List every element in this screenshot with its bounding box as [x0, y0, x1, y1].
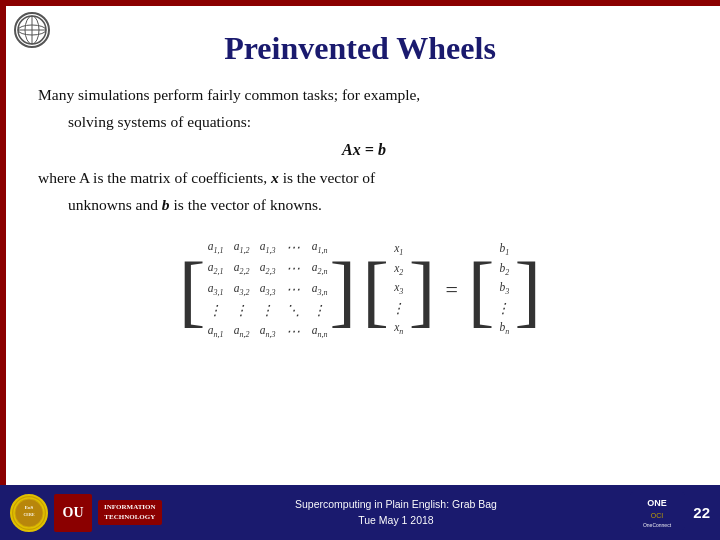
cell: a1,3: [260, 239, 276, 256]
matrix-x-wrapper: [ x1 x2 x3 ⋮ xn ]: [362, 237, 435, 341]
cell: a3,3: [260, 281, 276, 298]
cell: ⋯: [286, 259, 302, 278]
svg-text:OCI: OCI: [651, 512, 664, 519]
footer-logos: EoS CERE OU INFORMATIONTECHNOLOGY: [10, 494, 162, 532]
slide: Preinvented Wheels Many simulations perf…: [0, 0, 720, 540]
page-number: 22: [693, 504, 710, 521]
globe-logo: [14, 12, 50, 48]
cell: an,2: [234, 323, 250, 340]
cell: ⋯: [286, 238, 302, 257]
cell: ⋯: [286, 280, 302, 299]
cell: a3,n: [312, 281, 328, 298]
cell: x1: [391, 241, 407, 258]
top-border: [0, 0, 720, 6]
slide-title: Preinvented Wheels: [30, 30, 690, 67]
cell: x2: [391, 261, 407, 278]
cell: a1,n: [312, 239, 328, 256]
body-line2: solving systems of equations:: [38, 110, 690, 133]
matrix-a-wrapper: [ a1,1 a1,2 a1,3 ⋯ a1,n a2,1 a2,2 a2,3 ⋯…: [179, 234, 356, 345]
slide-body: Many simulations perform fairly common t…: [38, 83, 690, 216]
footer-line1: Supercomputing in Plain English: Grab Ba…: [295, 497, 497, 513]
cell: a3,1: [208, 281, 224, 298]
equals-sign: =: [445, 277, 457, 303]
ou-logo: OU: [54, 494, 92, 532]
bracket-left-a: [: [179, 250, 206, 330]
matrix-equation: [ a1,1 a1,2 a1,3 ⋯ a1,n a2,1 a2,2 a2,3 ⋯…: [179, 234, 541, 345]
cell: a1,2: [234, 239, 250, 256]
cell: ⋮: [208, 301, 224, 320]
cell: xn: [391, 320, 407, 337]
bracket-right-x: ]: [409, 250, 436, 330]
cell: b3: [496, 280, 512, 297]
left-border: [0, 0, 6, 540]
bracket-left-x: [: [362, 250, 389, 330]
cell: a2,n: [312, 260, 328, 277]
bracket-right-b: ]: [514, 250, 541, 330]
bracket-left-b: [: [468, 250, 495, 330]
cell: a2,3: [260, 260, 276, 277]
cell: a2,1: [208, 260, 224, 277]
cell: a2,2: [234, 260, 250, 277]
cell: a1,1: [208, 239, 224, 256]
svg-text:EoS: EoS: [25, 505, 34, 510]
matrix-a: a1,1 a1,2 a1,3 ⋯ a1,n a2,1 a2,2 a2,3 ⋯ a…: [206, 234, 330, 345]
cell: b1: [496, 241, 512, 258]
svg-text:OneConnect: OneConnect: [643, 522, 672, 528]
cell: b2: [496, 261, 512, 278]
body-line4: unknowns and b is the vector of knowns.: [38, 193, 690, 216]
cell: an,3: [260, 323, 276, 340]
eoscere-logo: EoS CERE: [10, 494, 48, 532]
footer-right: ONE OCI OneConnect 22: [630, 492, 710, 534]
cell: an,n: [312, 323, 328, 340]
cell: ⋮: [391, 299, 407, 318]
footer-line2: Tue May 1 2018: [295, 513, 497, 529]
matrix-x: x1 x2 x3 ⋮ xn: [389, 237, 409, 341]
cell: ⋯: [286, 322, 302, 341]
footer: EoS CERE OU INFORMATIONTECHNOLOGY Superc…: [0, 485, 720, 540]
svg-text:CERE: CERE: [23, 512, 34, 517]
body-line3: where A is the matrix of coefficients, x…: [38, 166, 690, 189]
matrix-b-wrapper: [ b1 b2 b3 ⋮ bn ]: [468, 237, 541, 341]
svg-text:ONE: ONE: [648, 498, 668, 508]
it-logo: INFORMATIONTECHNOLOGY: [98, 500, 162, 524]
cell: ⋮: [260, 301, 276, 320]
cell: a3,2: [234, 281, 250, 298]
cell: ⋮: [312, 301, 328, 320]
matrix-equation-container: [ a1,1 a1,2 a1,3 ⋯ a1,n a2,1 a2,2 a2,3 ⋯…: [30, 234, 690, 345]
cell: an,1: [208, 323, 224, 340]
matrix-b: b1 b2 b3 ⋮ bn: [494, 237, 514, 341]
cell: ⋮: [234, 301, 250, 320]
footer-center: Supercomputing in Plain English: Grab Ba…: [295, 497, 497, 529]
cell: bn: [496, 320, 512, 337]
cell: x3: [391, 280, 407, 297]
body-line1: Many simulations perform fairly common t…: [38, 83, 690, 106]
bracket-right-a: ]: [330, 250, 357, 330]
main-equation: Ax = b: [38, 138, 690, 162]
cell: ⋱: [286, 301, 302, 320]
oneocii-logo: ONE OCI OneConnect: [630, 492, 685, 534]
cell: ⋮: [496, 299, 512, 318]
